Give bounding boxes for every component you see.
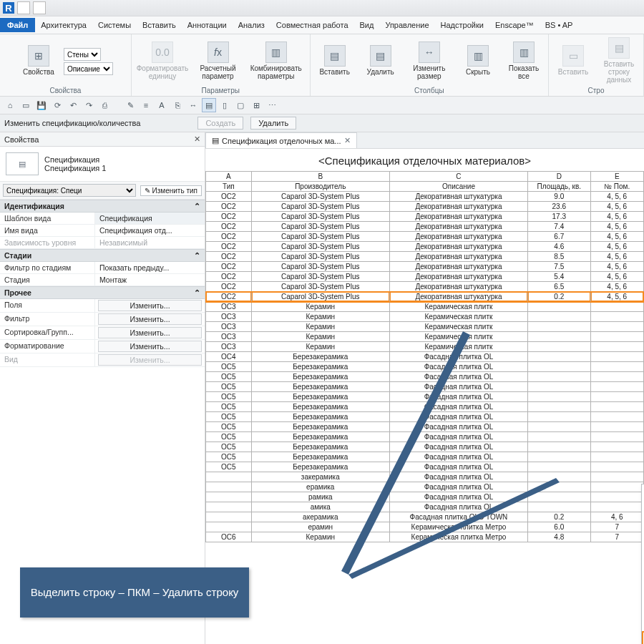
col-header[interactable]: Производитель <box>251 182 389 192</box>
table-row[interactable]: ОС2Caparol 3D-System PlusДекоративная шт… <box>206 252 644 262</box>
show-all-button[interactable]: ▥Показать все <box>503 40 545 82</box>
table-row[interactable]: ОС2Caparol 3D-System PlusДекоративная шт… <box>206 292 644 302</box>
dim-icon[interactable]: ↔ <box>186 98 200 112</box>
table-row[interactable]: ОС3КераминКерамическая плитк <box>206 332 644 342</box>
col-letter[interactable]: B <box>251 172 389 182</box>
col-letter[interactable]: D <box>528 172 590 182</box>
insert-col-button[interactable]: ▤Вставить <box>314 44 356 77</box>
table-row[interactable]: ОС3КераминКерамическая плитк <box>206 312 644 322</box>
table-row[interactable]: закерамикаФасадная плитка OL <box>206 472 644 482</box>
col-header[interactable]: Площадь, кв. <box>528 182 590 192</box>
calc-param-button[interactable]: fxРасчетный параметр <box>194 40 241 82</box>
open-icon[interactable]: ▭ <box>19 98 33 112</box>
cat-identity[interactable]: Идентификация⌃ <box>0 200 205 213</box>
schedule-table[interactable]: ABCDE ТипПроизводительОписаниеПлощадь, к… <box>205 171 644 542</box>
menu-item[interactable]: BS • AP <box>540 18 579 32</box>
combine-params-button[interactable]: ▥Комбинировать параметры <box>246 40 306 82</box>
table-row[interactable]: ОС2Caparol 3D-System PlusДекоративная шт… <box>206 232 644 242</box>
table-row[interactable]: акерамикаФасадная плитка OLD TOWN0.24, 6 <box>206 512 644 522</box>
table-row[interactable]: ОС2Caparol 3D-System PlusДекоративная шт… <box>206 192 644 202</box>
schedule-icon[interactable]: ▤ <box>202 98 216 112</box>
undo-icon[interactable]: ↶ <box>66 98 80 112</box>
table-row[interactable]: ОС5БерезакерамикаФасадная плитка OL <box>206 362 644 372</box>
col-header[interactable]: Описание <box>389 182 527 192</box>
table-row[interactable]: ОС5БерезакерамикаФасадная плитка OL <box>206 382 644 392</box>
tag-icon[interactable]: ⎘ <box>170 98 185 112</box>
table-row[interactable]: ОС2Caparol 3D-System PlusДекоративная шт… <box>206 202 644 212</box>
edit-type-button[interactable]: ✎Изменить тип <box>140 185 202 196</box>
menu-item[interactable]: Системы <box>92 18 137 32</box>
menu-item[interactable]: Аннотации <box>182 18 233 32</box>
col-header[interactable]: Тип <box>206 182 252 192</box>
resize-col-button[interactable]: ↔Изменить размер <box>406 40 453 82</box>
col-letter[interactable]: C <box>389 172 527 182</box>
section-icon[interactable]: ▯ <box>218 98 232 112</box>
more-icon[interactable]: ⋯ <box>265 98 279 112</box>
cat-other[interactable]: Прочее⌃ <box>0 286 205 299</box>
menu-item[interactable]: Совместная работа <box>270 18 354 32</box>
align-icon[interactable]: ≡ <box>139 98 153 112</box>
text-icon[interactable]: A <box>155 98 169 112</box>
sort-edit-button[interactable]: Изменить... <box>98 327 202 338</box>
table-row[interactable]: ОС2Caparol 3D-System PlusДекоративная шт… <box>206 242 644 252</box>
table-row[interactable]: ОС2Caparol 3D-System PlusДекоративная шт… <box>206 282 644 292</box>
col-header[interactable]: № Пом. <box>590 182 644 192</box>
menu-item[interactable]: Анализ <box>233 18 270 32</box>
close-icon[interactable]: ✕ <box>194 135 200 144</box>
phasefilter-value[interactable]: Показать предыду... <box>95 262 205 273</box>
table-row[interactable]: ОС5БерезакерамикаФасадная плитка OL <box>206 452 644 462</box>
col-letter[interactable]: A <box>206 172 252 182</box>
menu-item[interactable]: Управление <box>379 18 434 32</box>
table-row[interactable]: ОС2Caparol 3D-System PlusДекоративная шт… <box>206 222 644 232</box>
col-letter[interactable]: E <box>590 172 644 182</box>
instance-select[interactable]: Спецификация: Специ <box>3 184 136 197</box>
menu-item[interactable]: Архитектура <box>35 18 92 32</box>
delete-button[interactable]: Удалить <box>250 117 296 130</box>
walls-select[interactable]: Стены <box>64 48 101 61</box>
grid-icon[interactable]: ⊞ <box>249 98 263 112</box>
qat-icon[interactable] <box>33 1 46 14</box>
table-row[interactable]: ОС5БерезакерамикаФасадная плитка OL <box>206 432 644 442</box>
table-row[interactable]: ОС5БерезакерамикаФасадная плитка OL <box>206 422 644 432</box>
template-value[interactable]: Спецификация <box>95 213 205 224</box>
save-icon[interactable]: 💾 <box>34 98 49 112</box>
menu-item[interactable]: Вставить <box>137 18 182 32</box>
measure-icon[interactable]: ✎ <box>123 98 137 112</box>
table-row[interactable]: ОС5БерезакерамикаФасадная плитка OL <box>206 412 644 422</box>
fields-edit-button[interactable]: Изменить... <box>98 300 202 311</box>
file-menu[interactable]: Файл <box>0 18 35 32</box>
table-row[interactable]: рамикаФасадная плитка OL <box>206 492 644 502</box>
table-row[interactable]: ОС5БерезакерамикаФасадная плитка OL <box>206 402 644 412</box>
menu-item[interactable]: Enscape™ <box>489 18 540 32</box>
home-icon[interactable]: ⌂ <box>3 98 17 112</box>
table-row[interactable]: ОС3КераминКерамическая плитк <box>206 302 644 312</box>
table-row[interactable]: ОС5БерезакерамикаФасадная плитка OL <box>206 372 644 382</box>
redo-icon[interactable]: ↷ <box>82 98 96 112</box>
sync-icon[interactable]: ⟳ <box>50 98 64 112</box>
table-row[interactable]: ераминКерамическая плитка Метро6.07 <box>206 522 644 532</box>
table-row[interactable]: ОС3КераминКерамическая плитк <box>206 342 644 352</box>
table-row[interactable]: ерамикаФасадная плитка OL <box>206 482 644 492</box>
view-icon[interactable]: ▢ <box>233 98 248 112</box>
cat-phases[interactable]: Стадии⌃ <box>0 249 205 262</box>
table-row[interactable]: ОС3КераминКерамическая плитк <box>206 322 644 332</box>
close-tab-icon[interactable]: ✕ <box>344 136 351 145</box>
desc-select[interactable]: Описание <box>64 62 113 75</box>
format-edit-button[interactable]: Изменить... <box>98 341 202 352</box>
hide-col-button[interactable]: ▥Скрыть <box>457 44 499 77</box>
table-row[interactable]: амикаФасадная плитка OL <box>206 502 644 512</box>
table-row[interactable]: ОС2Caparol 3D-System PlusДекоративная шт… <box>206 262 644 272</box>
table-row[interactable]: ОС6КераминКерамическая плитка Метро4.87 <box>206 532 644 542</box>
print-icon[interactable]: ⎙ <box>97 98 112 112</box>
qat-icon[interactable] <box>17 1 30 14</box>
table-row[interactable]: ОС5БерезакерамикаФасадная плитка OL <box>206 442 644 452</box>
table-row[interactable]: ОС2Caparol 3D-System PlusДекоративная шт… <box>206 212 644 222</box>
viewname-value[interactable]: Спецификация отд... <box>95 225 205 236</box>
menu-item[interactable]: Вид <box>354 18 380 32</box>
menu-item[interactable]: Надстройки <box>435 18 489 32</box>
properties-button[interactable]: ⊞ Свойства <box>18 44 59 77</box>
table-row[interactable]: ОС2Caparol 3D-System PlusДекоративная шт… <box>206 272 644 282</box>
table-row[interactable]: ОС5БерезакерамикаФасадная плитка OL <box>206 462 644 472</box>
delete-col-button[interactable]: ▤Удалить <box>360 44 401 77</box>
filter-edit-button[interactable]: Изменить... <box>98 313 202 325</box>
